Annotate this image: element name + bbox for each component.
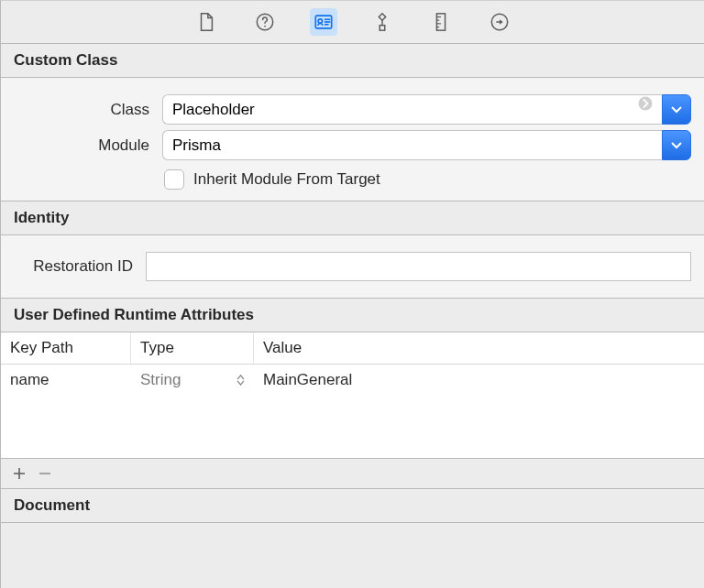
udra-footer — [1, 458, 704, 489]
inherit-module-checkbox[interactable] — [164, 169, 184, 190]
inherit-module-label: Inherit Module From Target — [193, 170, 380, 189]
inspector-panel: Custom Class Class Module — [0, 0, 704, 588]
class-label: Class — [14, 101, 149, 119]
restoration-id-label: Restoration ID — [14, 257, 133, 276]
tab-identity[interactable] — [310, 8, 337, 36]
tab-connections[interactable] — [486, 8, 513, 36]
type-popup-icon — [236, 375, 245, 386]
custom-class-header: Custom Class — [1, 43, 704, 78]
identity-title: Identity — [14, 209, 69, 226]
custom-class-body: Class Module — [1, 78, 704, 201]
udra-header: User Defined Runtime Attributes — [1, 298, 704, 332]
udra-cell-keypath[interactable]: name — [1, 365, 131, 396]
custom-class-title: Custom Class — [14, 51, 117, 69]
inspector-tabbar — [1, 1, 704, 43]
udra-row[interactable]: name String MainGeneral — [1, 365, 704, 396]
udra-col-type[interactable]: Type — [131, 332, 254, 364]
udra-title: User Defined Runtime Attributes — [14, 306, 254, 323]
svg-rect-9 — [436, 14, 445, 30]
tab-attributes[interactable] — [368, 8, 396, 36]
svg-point-1 — [264, 26, 266, 27]
tab-file[interactable] — [192, 8, 220, 36]
document-title: Document — [14, 496, 90, 514]
svg-point-3 — [318, 19, 322, 23]
module-input[interactable] — [162, 130, 662, 160]
add-row-button[interactable] — [12, 466, 27, 481]
udra-table: Key Path Type Value name String MainGene… — [1, 332, 704, 489]
document-header: Document — [1, 489, 704, 523]
tab-help[interactable] — [251, 8, 279, 36]
udra-col-keypath[interactable]: Key Path — [1, 332, 131, 364]
identity-body: Restoration ID — [1, 235, 704, 298]
identity-header: Identity — [1, 201, 704, 235]
class-input[interactable] — [162, 94, 662, 125]
udra-tbody: name String MainGeneral — [1, 365, 704, 458]
module-dropdown-button[interactable] — [662, 130, 691, 160]
udra-cell-type-text: String — [140, 371, 181, 389]
udra-col-value[interactable]: Value — [254, 332, 704, 364]
module-label: Module — [14, 136, 149, 155]
tab-size[interactable] — [427, 8, 455, 36]
class-dropdown-button[interactable] — [662, 94, 691, 125]
udra-thead: Key Path Type Value — [1, 332, 704, 365]
udra-cell-type[interactable]: String — [131, 365, 254, 396]
svg-rect-8 — [380, 26, 385, 30]
restoration-id-input[interactable] — [146, 252, 691, 281]
udra-cell-value[interactable]: MainGeneral — [254, 365, 704, 396]
remove-row-button[interactable] — [38, 466, 52, 481]
